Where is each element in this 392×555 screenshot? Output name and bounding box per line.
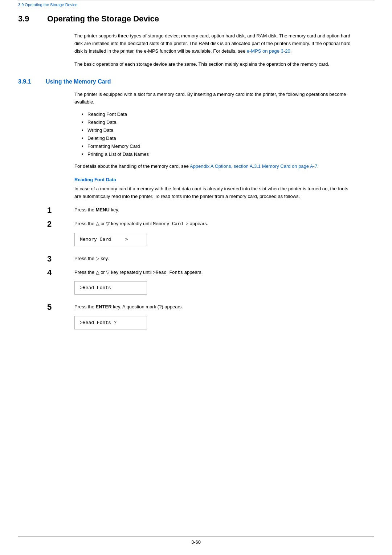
list-item: Deleting Data (82, 134, 352, 142)
step-4: 4 Press the △ or ▽ key repeatedly until … (47, 267, 352, 278)
list-item: Writing Data (82, 126, 352, 134)
code-box-3-wrapper: >Read Fonts ? (74, 316, 374, 329)
top-rule (18, 0, 374, 3)
emps-link[interactable]: e-MPS on page 3-20 (247, 48, 290, 54)
step-5-text: Press the ENTER key. A question mark (?)… (74, 302, 352, 311)
code-box-3: >Read Fonts ? (74, 316, 147, 329)
operations-list: Reading Font Data Reading Data Writing D… (82, 110, 352, 159)
sub-section-number: 3.9.1 (18, 78, 40, 85)
code-box-2: >Read Fonts (74, 281, 147, 295)
section-number: 3.9 (18, 14, 40, 24)
page-container: 3.9 Operating the Storage Device 3.9 Ope… (0, 0, 392, 555)
step-4-text: Press the △ or ▽ key repeatedly until >R… (74, 267, 352, 276)
page-footer: 3-60 (0, 539, 392, 545)
page-number: 3-60 (191, 539, 201, 545)
breadcrumb: 3.9 Operating the Storage Device (18, 3, 374, 11)
sub-section-title: Using the Memory Card (46, 78, 111, 85)
code-box-2-wrapper: >Read Fonts (74, 281, 374, 295)
step-2-number: 2 (47, 219, 74, 229)
step-3: 3 Press the ▷ key. (47, 254, 352, 264)
details-text: For details about the handling of the me… (74, 163, 352, 170)
list-item: Reading Font Data (82, 110, 352, 118)
intro-paragraph-1: The printer supports three types of stor… (74, 32, 356, 55)
step-1-text: Press the MENU key. (74, 205, 352, 214)
section-title: Operating the Storage Device (47, 14, 159, 24)
code-box-1: Memory Card > (74, 233, 147, 246)
list-item: Formatting Memory Card (82, 142, 352, 150)
bottom-rule (18, 536, 374, 537)
section-heading: 3.9 Operating the Storage Device (18, 14, 374, 24)
list-item: Printing a List of Data Names (82, 150, 352, 158)
reading-font-data-intro: In case of a memory card if a memory wit… (74, 185, 352, 200)
code-box-1-wrapper: Memory Card > (74, 233, 374, 246)
step-2: 2 Press the △ or ▽ key repeatedly until … (47, 219, 352, 229)
intro-paragraph-2: The basic operations of each storage dev… (74, 61, 356, 68)
reading-font-data-heading: Reading Font Data (74, 177, 374, 182)
subsection-intro: The printer is equipped with a slot for … (74, 91, 352, 106)
step-1: 1 Press the MENU key. (47, 205, 352, 215)
step-4-number: 4 (47, 267, 74, 278)
step-5-number: 5 (47, 302, 74, 312)
step-3-text: Press the ▷ key. (74, 254, 352, 263)
appendix-link[interactable]: Appendix A Options, section A.3.1 Memory… (190, 163, 317, 169)
step-5: 5 Press the ENTER key. A question mark (… (47, 302, 352, 312)
list-item: Reading Data (82, 118, 352, 126)
step-2-text: Press the △ or ▽ key repeatedly until Me… (74, 219, 352, 228)
sub-section-heading: 3.9.1 Using the Memory Card (18, 78, 374, 85)
main-content: 3.9 Operating the Storage Device The pri… (18, 11, 374, 329)
step-3-number: 3 (47, 254, 74, 264)
step-1-number: 1 (47, 205, 74, 215)
